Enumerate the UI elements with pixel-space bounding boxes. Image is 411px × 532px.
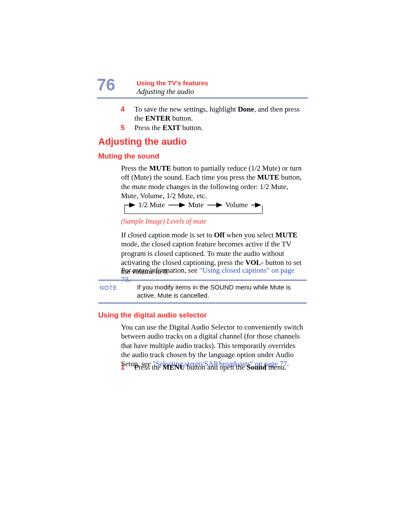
heading-adjusting-audio: Adjusting the audio [98, 136, 187, 147]
step-number: 5 [121, 123, 125, 132]
bold: MENU [162, 363, 185, 371]
step-4: 4 To save the new settings, highlight Do… [121, 105, 308, 123]
paragraph-mute-moreinfo: For more information, see "Using closed … [121, 266, 304, 284]
diagram-caption: (Sample Image) Levels of mute [121, 218, 206, 225]
bold: VOL- [245, 258, 263, 267]
header-block: Using the TV's features Adjusting the au… [137, 79, 208, 96]
header-section: Adjusting the audio [137, 87, 208, 96]
text: button and open the [185, 363, 246, 371]
note-text: If you modify items in the SOUND menu wh… [137, 283, 307, 300]
bold: MUTE [257, 173, 279, 181]
text: Press the [134, 124, 162, 132]
header-chapter: Using the TV's features [137, 79, 208, 87]
text: button. [181, 124, 203, 132]
text: For more information, see [121, 266, 199, 274]
diagram-label-c: Volume [225, 201, 248, 209]
text: Press the [121, 164, 149, 172]
header-rule [97, 97, 308, 99]
diagram-label-a: 1/2 Mute [138, 201, 165, 209]
bold: ENTER [145, 114, 171, 122]
text: menu. [267, 363, 286, 371]
bold: MUTE [149, 164, 171, 172]
heading-muting-sound: Muting the sound [98, 152, 159, 161]
step-5: 5 Press the EXIT button. [121, 123, 308, 132]
text: button. [171, 114, 193, 122]
step-number: 4 [121, 105, 125, 114]
text: If closed caption mode is set to [121, 231, 214, 239]
bold: Sound [246, 363, 266, 371]
paragraph-mute-intro: Press the MUTE button to partially reduc… [121, 164, 304, 200]
step-1: 1 Press the MENU button and open the Sou… [121, 363, 308, 372]
note-rule-bottom [98, 302, 307, 304]
bold: Off [214, 231, 225, 239]
bold: MUTE [275, 231, 297, 239]
mute-cycle-diagram: 1/2 Mute Mute Volume [121, 199, 265, 215]
note-box: NOTE If you modify items in the SOUND me… [98, 283, 307, 300]
note-rule-top [98, 280, 307, 281]
page-number: 76 [97, 76, 115, 94]
diagram-label-b: Mute [188, 201, 204, 209]
paragraph-digital-audio: You can use the Digital Audio Selector t… [121, 323, 304, 368]
heading-digital-audio-selector: Using the digital audio selector [98, 311, 207, 320]
bold: EXIT [162, 124, 181, 132]
bold: Done [238, 105, 254, 113]
note-label: NOTE [100, 284, 117, 291]
step-number: 1 [121, 363, 125, 372]
text: To save the new settings, highlight [134, 105, 238, 113]
text: Press the [134, 363, 162, 371]
text: when you select [224, 231, 275, 239]
